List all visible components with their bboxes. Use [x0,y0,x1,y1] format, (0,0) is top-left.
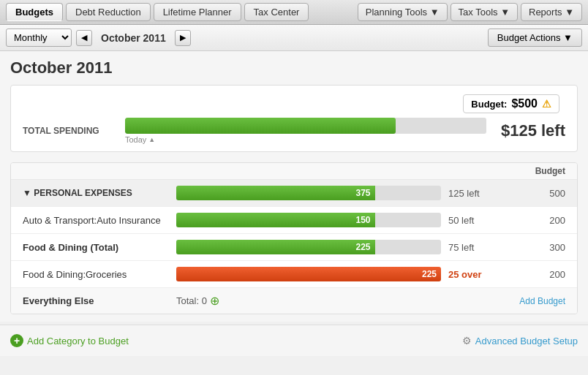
budget-auto-insurance: 200 [521,215,565,226]
tab-lifetime-planner[interactable]: Lifetime Planner [154,3,241,21]
tab-debt-reduction[interactable]: Debt Reduction [66,3,151,21]
bar-area-auto-insurance: 150 [176,213,441,227]
group-row-personal[interactable]: ▼ PERSONAL EXPENSES 375 125 left 500 [11,180,577,207]
toolbar-row: Monthly Weekly Yearly ◀ October 2011 ▶ B… [0,25,588,51]
main-content: October 2011 Budget: $500 ⚠ TOTAL SPENDI… [0,51,588,322]
add-category-button[interactable]: + Add Category to Budget [10,334,129,347]
reports-dropdown[interactable]: Reports ▼ [521,3,582,21]
next-month-button[interactable]: ▶ [175,30,191,46]
today-label: Today ▲ [125,135,486,144]
progress-bg-food-dining-total: 225 [176,240,441,254]
over-label: 25 over [448,269,482,280]
status-groceries: 25 over [448,269,514,280]
tax-tools-dropdown[interactable]: Tax Tools ▼ [451,3,518,21]
gear-icon: ⚙ [462,335,472,346]
spending-progress-bg [125,118,486,134]
budget-actions-dropdown[interactable]: Budget Actions ▼ [488,29,582,47]
add-category-label: Add Category to Budget [27,336,129,346]
amount-left: $125 left [501,121,565,140]
progress-fill-groceries: 225 [176,267,441,281]
group-progress-bg: 375 [176,186,441,200]
advanced-setup-button[interactable]: ⚙ Advanced Budget Setup [462,335,578,346]
spending-bar-area: Today ▲ [125,118,486,144]
group-progress-fill: 375 [176,186,375,200]
planning-tools-dropdown[interactable]: Planning Tools ▼ [358,3,448,21]
advanced-setup-label: Advanced Budget Setup [475,336,578,346]
progress-bg-groceries: 225 [176,267,441,281]
footer: + Add Category to Budget ⚙ Advanced Budg… [0,325,588,356]
budget-col-header: Budget [507,166,565,176]
plus-circle-icon: + [10,334,23,347]
spending-card: Budget: $500 ⚠ TOTAL SPENDING Today ▲ $1… [10,85,578,152]
label-everything-else: Everything Else [23,295,169,306]
label-auto-insurance: Auto & Transport:Auto Insurance [23,215,169,226]
progress-fill-auto-insurance: 150 [176,213,375,227]
group-status: 125 left [448,188,514,199]
view-select[interactable]: Monthly Weekly Yearly [6,29,72,47]
row-groceries: Food & Dining:Groceries 225 25 over 200 [11,261,577,288]
bar-area-groceries: 225 [176,267,441,281]
spending-row: TOTAL SPENDING Today ▲ $125 left [23,118,565,144]
add-budget-link[interactable]: Add Budget [519,296,565,306]
everything-total: Total: 0 ⊕ [176,294,512,308]
budget-table: Budget ▼ PERSONAL EXPENSES 375 125 left … [10,162,578,314]
budget-table-header: Budget [11,163,577,180]
budget-groceries: 200 [521,269,565,280]
progress-bg-auto-insurance: 150 [176,213,441,227]
top-nav: Budgets Debt Reduction Lifetime Planner … [0,0,588,25]
budget-label: Budget: [471,99,507,110]
page-title: October 2011 [10,58,578,77]
group-bar-area: 375 [176,186,441,200]
label-groceries: Food & Dining:Groceries [23,269,169,280]
bar-area-food-dining-total: 225 [176,240,441,254]
budget-amount: $500 [511,97,538,110]
spending-progress-fill [125,118,396,134]
row-auto-insurance: Auto & Transport:Auto Insurance 150 50 l… [11,207,577,234]
tab-tax-center[interactable]: Tax Center [244,3,309,21]
status-food-dining-total: 75 left [448,242,514,253]
warning-icon: ⚠ [542,98,551,110]
group-label-personal: ▼ PERSONAL EXPENSES [23,188,169,198]
budget-callout: Budget: $500 ⚠ [463,94,559,113]
prev-month-button[interactable]: ◀ [76,30,92,46]
add-everything-button[interactable]: ⊕ [210,294,219,308]
budget-food-dining-total: 300 [521,242,565,253]
tab-budgets[interactable]: Budgets [6,3,63,21]
period-label: October 2011 [97,32,170,44]
spending-label: TOTAL SPENDING [23,126,118,136]
everything-total-label: Total: 0 [176,295,207,306]
progress-fill-food-dining-total: 225 [176,240,375,254]
row-food-dining-total: Food & Dining (Total) 225 75 left 300 [11,234,577,261]
row-everything-else: Everything Else Total: 0 ⊕ Add Budget [11,288,577,314]
label-food-dining-total: Food & Dining (Total) [23,242,169,253]
status-auto-insurance: 50 left [448,215,514,226]
group-budget: 500 [521,188,565,199]
